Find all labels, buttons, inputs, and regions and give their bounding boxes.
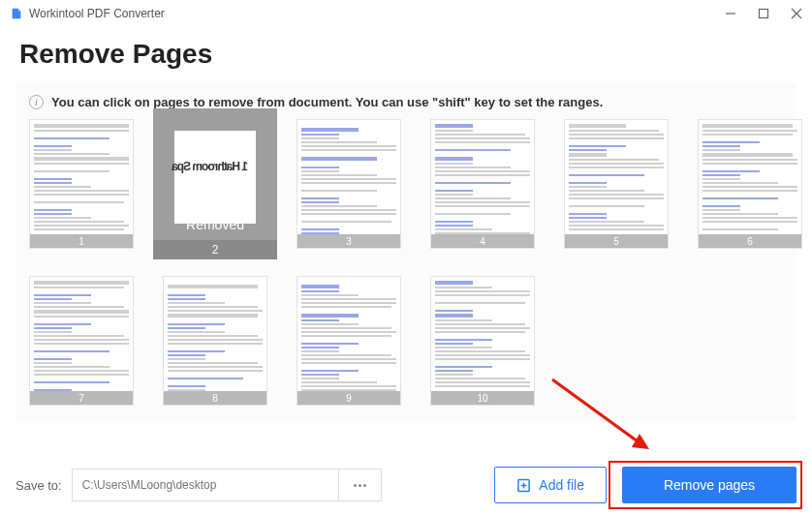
- page-number-label: 6: [699, 234, 801, 248]
- remove-pages-button[interactable]: Remove pages: [622, 467, 796, 503]
- hint-text: You can click on pages to remove from do…: [51, 95, 603, 109]
- page-number-label: 9: [297, 391, 400, 405]
- page-thumbnail[interactable]: 1: [29, 119, 134, 249]
- svg-rect-1: [760, 10, 768, 18]
- page-thumbnail[interactable]: 3: [297, 119, 401, 249]
- app-logo-icon: [10, 7, 23, 20]
- save-path-input[interactable]: [73, 470, 338, 500]
- window-controls: [725, 8, 802, 19]
- remove-pages-label: Remove pages: [664, 477, 755, 493]
- page-thumbnail[interactable]: 8: [163, 276, 267, 406]
- page-number-label: 10: [431, 391, 534, 405]
- page-thumbnail[interactable]: 4: [430, 119, 535, 249]
- page-thumbnail[interactable]: 6: [698, 119, 802, 249]
- info-icon: i: [29, 95, 44, 109]
- svg-marker-8: [632, 434, 649, 449]
- page-number-label: 2: [153, 240, 277, 259]
- minimize-button[interactable]: [725, 8, 736, 19]
- page-thumbnail[interactable]: 9: [297, 276, 401, 406]
- page-number-label: 3: [297, 234, 400, 248]
- page-number-label: 7: [30, 391, 133, 405]
- maximize-button[interactable]: [758, 8, 769, 19]
- add-file-label: Add file: [539, 477, 584, 493]
- page-thumbnail[interactable]: 10: [430, 276, 535, 406]
- thumbnail-grid: 1Removed1 Hathroom Spa2345678910: [29, 119, 783, 406]
- browse-button[interactable]: [338, 470, 381, 500]
- add-file-button[interactable]: Add file: [494, 467, 607, 503]
- page-number-label: 1: [30, 234, 133, 248]
- app-title: Workintool PDF Converter: [29, 7, 165, 20]
- hint-row: i You can click on pages to remove from …: [29, 95, 783, 109]
- page-thumbnail[interactable]: Removed1 Hathroom Spa2: [153, 108, 277, 259]
- page-number-label: 8: [164, 391, 266, 405]
- page-thumbnail[interactable]: 5: [564, 119, 669, 249]
- save-path-box: [72, 469, 382, 501]
- titlebar: Workintool PDF Converter: [0, 0, 812, 27]
- page-number-label: 4: [431, 234, 534, 248]
- page-title: Remove Pages: [0, 27, 812, 83]
- content-panel: i You can click on pages to remove from …: [16, 83, 796, 421]
- page-thumbnail[interactable]: 7: [29, 276, 134, 406]
- add-file-icon: [516, 478, 531, 493]
- page-number-label: 5: [565, 234, 668, 248]
- close-button[interactable]: [791, 8, 802, 19]
- save-to-label: Save to:: [16, 478, 62, 493]
- bottom-bar: Save to: Add file Remove pages: [0, 467, 812, 503]
